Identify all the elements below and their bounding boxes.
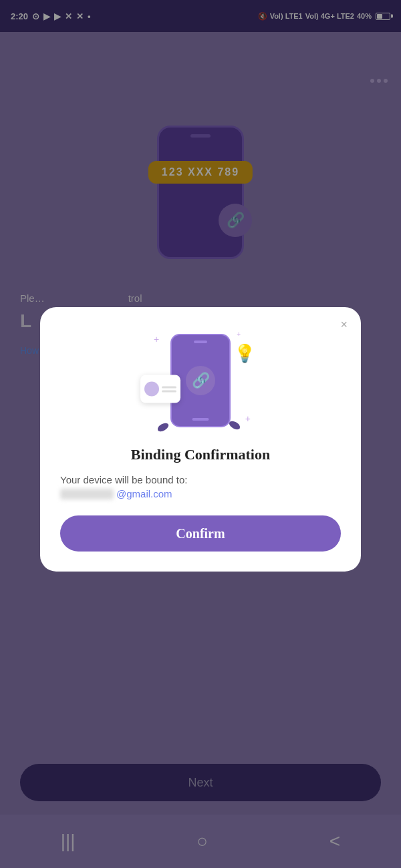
chain-emoji: 🔗 xyxy=(192,372,210,389)
modal-email-line: @gmail.com xyxy=(60,488,341,499)
confirm-label: Confirm xyxy=(176,525,225,541)
card-left xyxy=(140,375,180,403)
plus-tr-deco: + xyxy=(237,331,241,338)
leaf-bl-deco xyxy=(156,421,170,433)
plus-tl-deco: + xyxy=(154,334,159,345)
modal-description: Your device will be bound to: xyxy=(60,474,341,485)
chain-icon: 🔗 xyxy=(186,366,215,395)
email-suffix: @gmail.com xyxy=(116,488,172,499)
card-lines xyxy=(162,386,176,392)
bulb-icon: 💡 xyxy=(232,341,257,366)
plus-br-deco: + xyxy=(245,413,251,424)
confirm-button[interactable]: Confirm xyxy=(60,515,341,552)
card-line-2 xyxy=(162,390,176,392)
modal-illustration: + + + 🔗 💡 xyxy=(147,327,254,434)
bulb-emoji: 💡 xyxy=(234,343,255,363)
avatar-in-card xyxy=(144,382,159,397)
email-blur xyxy=(60,488,114,499)
modal-close-button[interactable]: × xyxy=(340,318,348,332)
card-line-1 xyxy=(162,386,176,388)
binding-confirmation-modal: × + + + 🔗 💡 Binding Confirmation You xyxy=(40,307,361,572)
modal-title: Binding Confirmation xyxy=(131,446,270,463)
